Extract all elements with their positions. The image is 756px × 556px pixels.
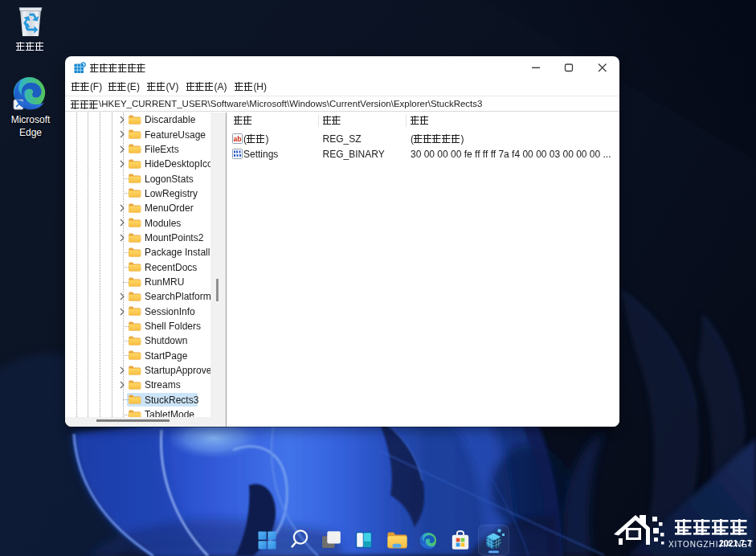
svg-text:ab: ab: [233, 134, 241, 142]
